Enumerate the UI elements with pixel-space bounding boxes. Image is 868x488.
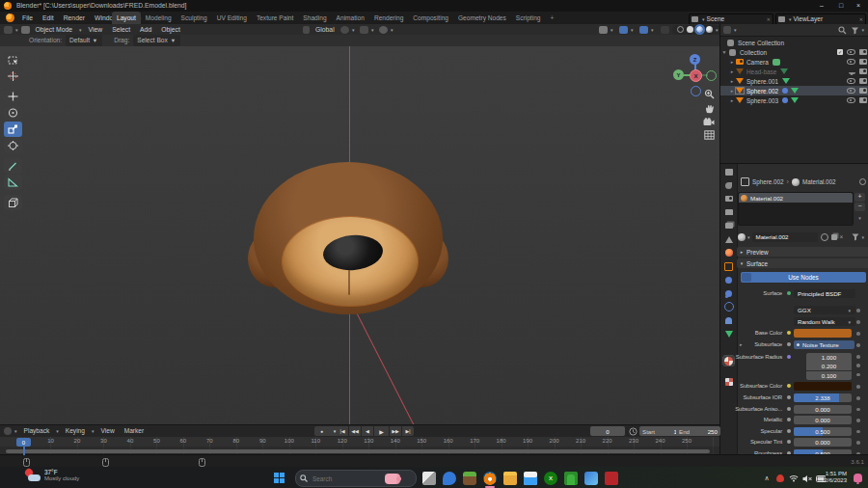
tab-scripting[interactable]: Scripting <box>511 12 546 24</box>
menu-add[interactable]: Add <box>135 24 156 35</box>
solid-shading-icon[interactable] <box>687 26 693 33</box>
material-specials-icon[interactable]: ▾ <box>852 233 866 241</box>
playhead[interactable]: 0 <box>16 438 31 447</box>
tab-uv-editing[interactable]: UV Editing <box>212 12 252 24</box>
remove-slot-button[interactable]: − <box>854 203 865 211</box>
decorator-dot[interactable] <box>856 430 860 434</box>
wifi-icon[interactable] <box>789 474 799 483</box>
breadcrumb-material[interactable]: Material.002 <box>802 178 836 185</box>
surface-shader-field[interactable]: Principled BSDF <box>794 289 855 298</box>
gizmo-y-axis[interactable]: Y <box>673 69 684 80</box>
wireframe-shading-icon[interactable] <box>677 26 684 33</box>
expander-icon[interactable]: ▸ <box>728 97 736 103</box>
material-slot-list[interactable]: Material.002 <box>738 192 854 226</box>
specular-tint-slider[interactable]: 0.000 <box>794 438 852 447</box>
camera-view-button[interactable] <box>701 115 717 128</box>
expander-icon[interactable]: ▼ <box>720 49 728 55</box>
outliner-row-scene-collection[interactable]: Scene Collection <box>720 38 868 47</box>
rendered-shading-icon[interactable] <box>706 26 713 33</box>
start-frame-field[interactable]: Start1 <box>639 426 680 436</box>
weather-widget[interactable]: 37°F Mostly cloudy <box>25 469 79 481</box>
red-app-icon[interactable] <box>605 472 618 485</box>
tab-world[interactable] <box>723 248 734 258</box>
subsurface-ior-slider[interactable]: 2.338 <box>794 393 852 402</box>
xbox-icon[interactable]: x <box>544 472 557 485</box>
timeline-editor-icon[interactable] <box>4 427 12 435</box>
material-preview-icon[interactable] <box>696 26 703 33</box>
outliner-row-camera[interactable]: ▸ Camera <box>720 57 868 67</box>
orientation-dropdown[interactable]: Default ▾ <box>66 35 102 46</box>
tab-object[interactable] <box>723 261 734 271</box>
editor-type-icon[interactable] <box>4 26 13 34</box>
zoom-view-button[interactable] <box>701 87 717 100</box>
distribution-dropdown[interactable]: GGX▾ <box>794 306 855 314</box>
expander-icon[interactable]: ▸ <box>728 78 736 84</box>
decorator-dot[interactable] <box>856 373 860 377</box>
tool-select-box[interactable] <box>4 52 22 68</box>
disable-render-icon[interactable] <box>859 59 867 65</box>
timeline-scrollbar[interactable] <box>6 449 710 453</box>
decorator-dot[interactable] <box>856 320 860 324</box>
tab-scene[interactable] <box>723 234 734 244</box>
task-view-button[interactable] <box>422 472 436 485</box>
metallic-slider[interactable]: 0.000 <box>794 416 852 424</box>
chat-icon[interactable] <box>443 472 456 485</box>
hide-eye-icon[interactable] <box>847 49 855 56</box>
tab-render[interactable] <box>723 194 734 203</box>
file-explorer-icon[interactable] <box>503 472 517 485</box>
outliner-row-sphere-002[interactable]: ▸ Sphere.002 <box>720 86 868 95</box>
taskbar-search[interactable] <box>295 470 417 487</box>
drag-dropdown[interactable]: Select Box ▾ <box>133 35 180 46</box>
tab-sculpting[interactable]: Sculpting <box>176 12 212 24</box>
menu-edit[interactable]: Edit <box>38 12 59 24</box>
decorator-dot[interactable] <box>856 332 860 336</box>
fake-user-icon[interactable] <box>821 233 828 241</box>
jump-to-end-button[interactable]: ▶| <box>402 426 414 436</box>
next-keyframe-button[interactable]: ▶▶ <box>390 426 401 436</box>
disable-render-icon[interactable] <box>859 49 867 55</box>
decorator-dot[interactable] <box>856 441 860 445</box>
remove-view-layer-icon[interactable]: ⨯ <box>858 16 865 22</box>
add-workspace-button[interactable]: + <box>545 12 558 24</box>
gizmo-z-axis[interactable]: Z <box>690 54 700 65</box>
tab-modeling[interactable]: Modeling <box>141 12 176 24</box>
creeper-icon[interactable] <box>564 472 578 485</box>
hide-eye-icon[interactable] <box>847 97 855 104</box>
xray-toggle[interactable] <box>660 26 670 34</box>
subsurface-texture-field[interactable]: Noise Texture <box>794 340 854 349</box>
subsurface-color-swatch[interactable] <box>794 382 852 391</box>
tab-view-layer[interactable] <box>723 221 734 230</box>
tool-move[interactable] <box>4 89 22 104</box>
expander-icon[interactable]: ▸ <box>728 68 736 74</box>
gizmo-z-neg-axis[interactable] <box>691 86 701 96</box>
auto-keying-button[interactable]: ● <box>314 426 329 436</box>
tab-modifiers[interactable] <box>723 275 734 285</box>
menu-object[interactable]: Object <box>156 24 185 35</box>
gizmo-x-axis[interactable]: X <box>690 69 702 82</box>
hidden-eye-icon[interactable] <box>849 72 855 74</box>
expander-icon[interactable]: ▸ <box>728 88 736 94</box>
expander-icon[interactable]: ▸ <box>728 59 736 65</box>
snapping-toggle[interactable]: ▾ <box>359 26 376 34</box>
tab-tool[interactable] <box>723 180 734 190</box>
properties-editor-icon[interactable] <box>723 167 734 176</box>
use-nodes-button[interactable]: Use Nodes <box>741 272 866 283</box>
tab-texture-paint[interactable]: Texture Paint <box>252 12 298 24</box>
tool-transform[interactable] <box>4 138 22 153</box>
tool-measure[interactable] <box>4 175 22 190</box>
menu-view-timeline[interactable]: View <box>95 425 119 437</box>
previous-keyframe-button[interactable]: ◀◀ <box>349 426 361 436</box>
sss-method-dropdown[interactable]: Random Walk▾ <box>794 317 855 326</box>
specular-slider[interactable]: 0.500 <box>794 427 852 436</box>
outliner-search-icon[interactable] <box>838 26 847 35</box>
tab-animation[interactable]: Animation <box>332 12 369 24</box>
tab-particles[interactable] <box>723 288 734 298</box>
tab-output[interactable] <box>723 207 734 217</box>
taskbar-clock[interactable]: 1:51 PM 12/6/2023 <box>821 471 847 484</box>
tab-physics[interactable] <box>723 302 734 312</box>
breadcrumb-object[interactable]: Sphere.002 <box>752 178 784 185</box>
menu-view[interactable]: View <box>84 24 108 35</box>
jump-to-start-button[interactable]: |◀ <box>337 426 348 436</box>
outliner-row-head-base[interactable]: ▸ Head-base <box>720 67 868 76</box>
base-color-swatch[interactable] <box>794 329 852 338</box>
